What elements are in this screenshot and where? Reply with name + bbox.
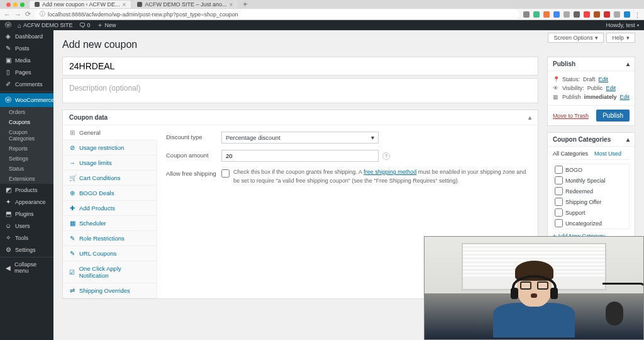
category-item[interactable]: Redeemed xyxy=(555,187,628,195)
coupon-title-input[interactable] xyxy=(62,57,538,76)
comments-link[interactable]: 🗨0 xyxy=(79,22,91,29)
sidebar-item[interactable]: ◩Products xyxy=(0,184,53,196)
coupon-tab[interactable]: ✎URL Coupons xyxy=(63,246,157,261)
coupon-tab[interactable]: 🛒Cart Conditions xyxy=(63,171,157,186)
address-bar[interactable]: ⓘ localhost:8888/acfwdemo/wp-admin/post-… xyxy=(35,9,519,19)
ext-icon[interactable] xyxy=(564,11,570,18)
category-checkbox[interactable] xyxy=(555,166,563,174)
coupon-tab[interactable]: ✎Role Restrictions xyxy=(63,231,157,246)
howdy-user[interactable]: Howdy, test ▪ xyxy=(606,22,639,28)
sidebar-subitem[interactable]: Extensions xyxy=(0,174,53,184)
edit-date-link[interactable]: Edit xyxy=(619,94,630,100)
all-categories-tab[interactable]: All Categories xyxy=(553,150,588,157)
help-icon[interactable]: ? xyxy=(382,152,390,160)
tab-title: ACFW DEMO SITE – Just ano... xyxy=(145,1,226,8)
coupon-tab[interactable]: ⇌Shipping Overrides xyxy=(63,283,157,298)
coupon-tab[interactable]: ⊕BOGO Deals xyxy=(63,186,157,201)
ext-icon[interactable] xyxy=(523,11,530,18)
screen-options-button[interactable]: Screen Options ▾ xyxy=(548,33,604,43)
sidebar-item[interactable]: ▯Pages xyxy=(0,66,53,78)
ext-icon[interactable] xyxy=(543,11,550,18)
sidebar-subitem[interactable]: Coupon Categories xyxy=(0,127,53,144)
coupon-amount-input[interactable] xyxy=(221,150,379,162)
category-checkbox[interactable] xyxy=(555,208,563,217)
sidebar-item[interactable]: ✐Comments xyxy=(0,78,53,90)
ext-icon[interactable] xyxy=(604,11,610,18)
site-name-link[interactable]: ⌂ACFW DEMO SITE xyxy=(18,22,73,29)
edit-status-link[interactable]: Edit xyxy=(599,76,609,82)
toggle-metabox-icon[interactable]: ▴ xyxy=(626,60,630,67)
coupon-tabs: ⊞General⊘Usage restriction→Usage limits🛒… xyxy=(63,125,157,298)
close-tab-icon[interactable]: × xyxy=(123,1,126,8)
ext-icon[interactable] xyxy=(614,11,620,18)
sidebar-subitem[interactable]: Settings xyxy=(0,154,53,164)
forward-button[interactable]: → xyxy=(14,11,21,18)
sidebar-item[interactable]: ▣Media xyxy=(0,54,53,66)
browser-tab-active[interactable]: Add new coupon ‹ ACFW DE... × xyxy=(30,1,131,8)
close-tab-icon[interactable]: × xyxy=(229,1,233,8)
maximize-window-icon[interactable] xyxy=(20,3,25,7)
new-content-link[interactable]: ＋New xyxy=(97,21,116,30)
category-item[interactable]: Monthly Special xyxy=(555,176,628,184)
sidebar-item[interactable]: ⬒Plugins xyxy=(0,208,53,220)
reload-button[interactable]: ⟳ xyxy=(25,10,31,18)
ext-icon[interactable] xyxy=(584,11,590,18)
toggle-metabox-icon[interactable]: ▴ xyxy=(626,136,630,143)
category-checkbox[interactable] xyxy=(555,176,563,184)
ext-icon[interactable] xyxy=(553,11,560,18)
ext-icon[interactable] xyxy=(594,11,600,18)
avatar-icon[interactable] xyxy=(624,11,630,18)
coupon-tab[interactable]: ⊘Usage restriction xyxy=(63,140,157,156)
sidebar-item[interactable]: ◈Dashboard xyxy=(0,30,53,42)
sidebar-subitem[interactable]: Reports xyxy=(0,144,53,154)
window-controls[interactable] xyxy=(3,3,28,7)
coupon-tab[interactable]: ✚Add Products xyxy=(63,201,157,216)
sidebar-item[interactable]: ✧Tools xyxy=(0,232,53,244)
sidebar-item-woocommerce[interactable]: ⓦ WooCommerce xyxy=(0,93,53,107)
sidebar-subitem[interactable]: Orders xyxy=(0,107,53,117)
category-item[interactable]: Uncategorized xyxy=(555,219,628,227)
category-checkbox[interactable] xyxy=(555,219,563,227)
sidebar-item-label: Posts xyxy=(15,45,30,52)
admin-bar: ⓦ ⌂ACFW DEMO SITE 🗨0 ＋New Howdy, test ▪ xyxy=(0,20,644,30)
description-input[interactable]: Description (optional) xyxy=(62,78,538,103)
sidebar-subitem[interactable]: Status xyxy=(0,164,53,174)
free-shipping-method-link[interactable]: free shipping method xyxy=(364,169,416,175)
metabox-title: Coupon data xyxy=(69,114,108,121)
wp-logo-icon[interactable]: ⓦ xyxy=(5,21,11,30)
category-checkbox[interactable] xyxy=(555,187,563,195)
browser-tab[interactable]: ACFW DEMO SITE – Just ano... × xyxy=(132,1,238,8)
sidebar-item[interactable]: ✎Posts xyxy=(0,42,53,54)
ext-icon[interactable] xyxy=(533,11,540,18)
collapse-menu[interactable]: ◀ Collapse menu xyxy=(0,259,53,276)
category-item[interactable]: BOGO xyxy=(555,166,628,174)
free-shipping-help-text: Check this box if the coupon grants free… xyxy=(233,168,529,185)
ext-icon[interactable] xyxy=(574,11,580,18)
sidebar-item[interactable]: ☺Users xyxy=(0,220,53,232)
close-window-icon[interactable] xyxy=(6,3,11,7)
coupon-tab[interactable]: ⊞General xyxy=(63,125,157,140)
most-used-tab[interactable]: Most Used xyxy=(594,150,621,157)
help-button[interactable]: Help ▾ xyxy=(606,33,635,43)
toggle-metabox-icon[interactable]: ▴ xyxy=(528,114,531,121)
move-to-trash-link[interactable]: Move to Trash xyxy=(553,113,589,119)
discount-type-select[interactable]: Percentage discount▾ xyxy=(221,132,379,144)
menu-icon[interactable]: ⋮ xyxy=(634,11,640,18)
new-tab-button[interactable]: + xyxy=(239,0,251,9)
back-button[interactable]: ← xyxy=(4,11,11,18)
free-shipping-checkbox[interactable] xyxy=(221,169,230,178)
coupon-tab[interactable]: →Usage limits xyxy=(63,156,157,171)
sidebar-item[interactable]: ✦Appearance xyxy=(0,196,53,208)
sidebar-item[interactable]: ⚙Settings xyxy=(0,244,53,256)
coupon-tab[interactable]: ☑One Click Apply Notification xyxy=(63,261,157,283)
site-info-icon[interactable]: ⓘ xyxy=(40,10,45,18)
edit-visibility-link[interactable]: Edit xyxy=(606,85,616,91)
category-item[interactable]: Shipping Offer xyxy=(555,198,628,206)
category-item[interactable]: Support xyxy=(555,208,628,217)
coupon-tab[interactable]: ▦Scheduler xyxy=(63,216,157,231)
minimize-window-icon[interactable] xyxy=(13,3,18,7)
tab-icon: → xyxy=(69,159,75,166)
publish-button[interactable]: Publish xyxy=(596,110,630,122)
category-checkbox[interactable] xyxy=(555,198,563,206)
sidebar-subitem[interactable]: Coupons xyxy=(0,117,53,127)
